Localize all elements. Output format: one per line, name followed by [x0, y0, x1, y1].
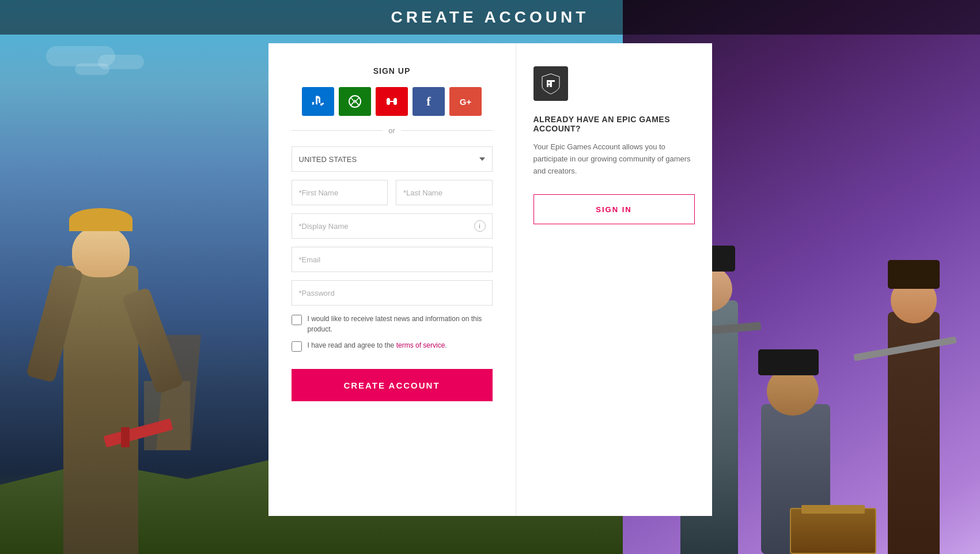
header-bar: CREATE ACCOUNT — [0, 0, 980, 35]
divider-line-right — [401, 130, 493, 131]
terms-of-service-link[interactable]: terms of service — [396, 341, 445, 349]
xbox-button[interactable] — [339, 87, 371, 116]
newsletter-checkbox-group: I would like to receive latest news and … — [292, 314, 493, 334]
modal-card: SIGN UP — [268, 43, 712, 516]
divider-line-left — [292, 130, 383, 131]
display-name-wrapper: i — [292, 213, 493, 239]
terms-checkbox[interactable] — [292, 341, 302, 352]
country-select[interactable]: UNITED STATES CANADA UNITED KINGDOM AUST… — [292, 146, 493, 172]
display-name-group: i — [292, 213, 493, 239]
terms-checkbox-group: I have read and agree to the terms of se… — [292, 340, 493, 352]
svg-point-0 — [349, 96, 361, 107]
terms-suffix: . — [445, 341, 447, 349]
epic-games-panel: ALREADY HAVE AN EPIC GAMES ACCOUNT? Your… — [516, 43, 712, 516]
signup-form-panel: SIGN UP — [268, 43, 516, 516]
password-group — [292, 280, 493, 306]
email-input[interactable] — [292, 247, 493, 272]
first-name-input[interactable] — [292, 180, 388, 205]
or-label: or — [388, 126, 395, 135]
facebook-button[interactable]: f — [413, 87, 445, 116]
google-button[interactable]: G+ — [449, 87, 482, 116]
page-title: CREATE ACCOUNT — [391, 8, 589, 27]
last-name-group — [396, 180, 493, 205]
nintendo-button[interactable] — [376, 87, 408, 116]
social-buttons-row: f G+ — [292, 87, 493, 116]
info-icon[interactable]: i — [474, 220, 486, 232]
playstation-button[interactable] — [302, 87, 334, 116]
svg-rect-6 — [547, 80, 548, 87]
email-group — [292, 247, 493, 272]
name-row — [292, 180, 493, 213]
country-group: UNITED STATES CANADA UNITED KINGDOM AUST… — [292, 146, 493, 172]
terms-prefix: I have read and agree to the — [308, 341, 396, 349]
or-divider: or — [292, 126, 493, 135]
newsletter-label[interactable]: I would like to receive latest news and … — [308, 314, 493, 334]
signup-heading: SIGN UP — [292, 66, 493, 76]
svg-rect-3 — [388, 101, 395, 102]
last-name-input[interactable] — [396, 180, 493, 205]
first-name-group — [292, 180, 388, 205]
display-name-input[interactable] — [292, 213, 493, 239]
create-account-button[interactable]: CREATE ACCOUNT — [292, 369, 493, 401]
password-input[interactable] — [292, 280, 493, 306]
newsletter-checkbox[interactable] — [292, 315, 302, 325]
sign-in-button[interactable]: SIGN IN — [533, 194, 695, 224]
already-title: ALREADY HAVE AN EPIC GAMES ACCOUNT? — [533, 115, 695, 133]
epic-games-logo — [533, 66, 568, 101]
terms-label[interactable]: I have read and agree to the terms of se… — [308, 340, 447, 351]
epic-description: Your Epic Games Account allows you to pa… — [533, 141, 695, 177]
